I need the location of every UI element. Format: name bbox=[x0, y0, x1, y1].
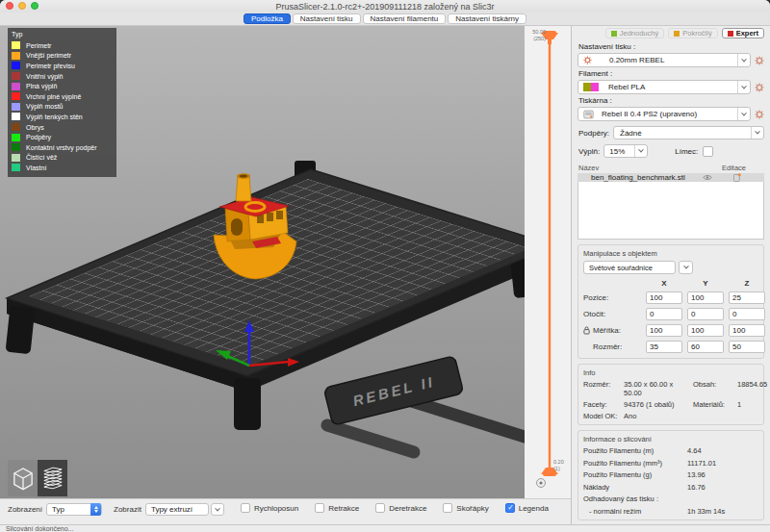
legend-swatch bbox=[12, 52, 20, 60]
printer-combo[interactable]: Rebel II 0.4 PS2 (upraveno) bbox=[578, 107, 751, 121]
3d-view-button[interactable] bbox=[8, 460, 38, 496]
mode-expert-button[interactable]: Expert bbox=[722, 28, 764, 38]
filament-g-label: Použito Filamentu (g) bbox=[583, 470, 687, 479]
show-features-dropdown-button[interactable] bbox=[211, 503, 224, 516]
brim-checkbox[interactable] bbox=[703, 146, 713, 157]
checkbox-deretractions[interactable]: Deretrakce bbox=[375, 503, 426, 513]
size-y-input[interactable] bbox=[687, 341, 724, 353]
supports-combo[interactable]: Žádné bbox=[613, 126, 764, 139]
materials-value: 1 bbox=[737, 400, 767, 409]
window-title: PrusaSlicer-2.1.0-rc2+-201909111218 zalo… bbox=[275, 2, 494, 12]
shells-checkbox[interactable] bbox=[443, 503, 452, 513]
materials-label: Materiálů: bbox=[693, 400, 737, 409]
object-list-row[interactable]: ben_floating_benchmark.stl bbox=[578, 173, 764, 182]
titlebar: PrusaSlicer-2.1.0-rc2+-201909111218 zalo… bbox=[0, 0, 770, 13]
tab-filament-settings[interactable]: Nastavení filamentu bbox=[363, 13, 447, 24]
scale-x-input[interactable] bbox=[646, 324, 682, 337]
brim-label: Límec: bbox=[675, 147, 698, 156]
rotate-z-input[interactable] bbox=[729, 308, 765, 320]
legend-item: Kontaktní vrstvy podpěr bbox=[12, 142, 113, 153]
filament-m-label: Použito Filamentu (m) bbox=[583, 446, 687, 455]
infill-combo[interactable]: 15% bbox=[603, 144, 648, 158]
retractions-checkbox[interactable] bbox=[315, 503, 324, 513]
edit-object-icon[interactable] bbox=[733, 173, 741, 182]
filament-label: Filament : bbox=[578, 69, 764, 78]
tab-printer-settings[interactable]: Nastavení tiskárny bbox=[448, 13, 526, 24]
position-z-input[interactable] bbox=[729, 291, 765, 304]
legend-swatch bbox=[12, 143, 20, 151]
estimated-time-label: Odhadovaný čas tisku : bbox=[583, 494, 687, 503]
legend-swatch bbox=[12, 92, 20, 100]
rotate-y-input[interactable] bbox=[687, 308, 724, 320]
print-settings-label: Nastavení tisku : bbox=[578, 42, 764, 51]
sidebar: Jednoduchý Pokročilý Expert Nastavení ti… bbox=[571, 26, 770, 524]
checkbox-legend[interactable]: Legenda bbox=[505, 503, 549, 513]
prusaslicer-window: PrusaSlicer-2.1.0-rc2+-201909111218 zalo… bbox=[0, 0, 770, 532]
3d-viewport[interactable]: REBEL II bbox=[0, 26, 525, 498]
object-manipulation-panel: Manipulace s objektem Světové souřadnice… bbox=[578, 244, 764, 359]
info-title: Info bbox=[583, 368, 758, 377]
tab-plater[interactable]: Podložka bbox=[244, 13, 291, 24]
layer-slider[interactable] bbox=[525, 26, 571, 498]
tab-bar: Podložka Nastavení tisku Nastavení filam… bbox=[0, 13, 770, 26]
minimize-window-button[interactable] bbox=[18, 2, 26, 10]
manipulation-title: Manipulace s objektem bbox=[583, 249, 758, 258]
manifold-label: Model OK: bbox=[583, 412, 624, 420]
normal-mode-time: 1h 33m 14s bbox=[687, 507, 758, 516]
printer-gear-button[interactable] bbox=[755, 110, 764, 119]
axis-z-header: Z bbox=[729, 279, 765, 288]
checkbox-shells[interactable]: Skořápky bbox=[443, 503, 488, 513]
deretractions-checkbox[interactable] bbox=[375, 503, 385, 513]
filament-combo[interactable]: Rebel PLA bbox=[578, 80, 751, 94]
object-list[interactable] bbox=[578, 182, 764, 240]
checkbox-travel[interactable]: Rychloposun bbox=[241, 503, 298, 513]
zoom-window-button[interactable] bbox=[31, 2, 38, 10]
sliced-info-panel: Informace o slicování Použito Filamentu … bbox=[578, 430, 764, 520]
scale-z-input[interactable] bbox=[729, 324, 765, 337]
eye-icon[interactable] bbox=[703, 174, 712, 181]
position-y-input[interactable] bbox=[687, 291, 724, 304]
tab-print-settings[interactable]: Nastavení tisku bbox=[293, 13, 361, 24]
print-settings-combo[interactable]: 0.20mm REBEL bbox=[578, 53, 751, 67]
legend-checkbox[interactable] bbox=[505, 503, 515, 513]
gear-icon bbox=[755, 56, 764, 65]
infill-label: Výplň: bbox=[578, 147, 600, 156]
mode-simple-button[interactable]: Jednoduchý bbox=[605, 28, 664, 38]
gear-icon bbox=[583, 56, 592, 64]
mode-buttons: Jednoduchý Pokročilý Expert bbox=[578, 28, 764, 38]
close-window-button[interactable] bbox=[6, 2, 13, 10]
scale-y-input[interactable] bbox=[687, 324, 724, 337]
legend-swatch bbox=[12, 134, 20, 141]
preview-toolbar: Zobrazení Typ Zobrazit Typy extruzí Rych… bbox=[0, 498, 571, 524]
chevron-down-icon bbox=[634, 145, 647, 157]
legend-item: Vnější perimetr bbox=[12, 51, 113, 62]
layer-slider-mode-button[interactable] bbox=[537, 479, 546, 488]
lock-icon[interactable] bbox=[583, 326, 590, 335]
view-toggle-group bbox=[8, 460, 67, 496]
filament-m-value: 4.64 bbox=[687, 446, 758, 455]
print-settings-gear-button[interactable] bbox=[755, 56, 764, 65]
legend-swatch bbox=[12, 103, 20, 111]
show-features-combo[interactable]: Typy extruzí bbox=[145, 503, 209, 516]
legend-item: Vnitřní výplň bbox=[12, 71, 113, 82]
legend-item: Vrchní plné výplně bbox=[12, 91, 113, 102]
object-name: ben_floating_benchmark.stl bbox=[578, 173, 703, 182]
manifold-value: Ano bbox=[624, 412, 693, 420]
layers-view-button[interactable] bbox=[38, 460, 67, 496]
chevron-down-icon bbox=[683, 264, 689, 269]
coordinate-system-dropdown-button[interactable] bbox=[679, 261, 693, 274]
view-mode-select[interactable]: Typ bbox=[46, 503, 102, 516]
legend-swatch bbox=[12, 72, 20, 80]
size-info-value: 35.00 x 60.00 x 50.00 bbox=[624, 380, 693, 397]
filament-gear-button[interactable] bbox=[755, 83, 764, 92]
checkbox-retractions[interactable]: Retrakce bbox=[315, 503, 359, 513]
mode-advanced-button[interactable]: Pokročilý bbox=[668, 28, 717, 38]
size-x-input[interactable] bbox=[646, 341, 682, 353]
printer-icon bbox=[583, 110, 594, 119]
position-x-input[interactable] bbox=[646, 291, 682, 304]
travel-checkbox[interactable] bbox=[241, 503, 250, 513]
legend-swatch bbox=[12, 164, 20, 171]
size-z-input[interactable] bbox=[729, 341, 765, 353]
rotate-x-input[interactable] bbox=[646, 308, 682, 320]
coordinate-system-combo[interactable]: Světové souřadnice bbox=[583, 261, 676, 274]
